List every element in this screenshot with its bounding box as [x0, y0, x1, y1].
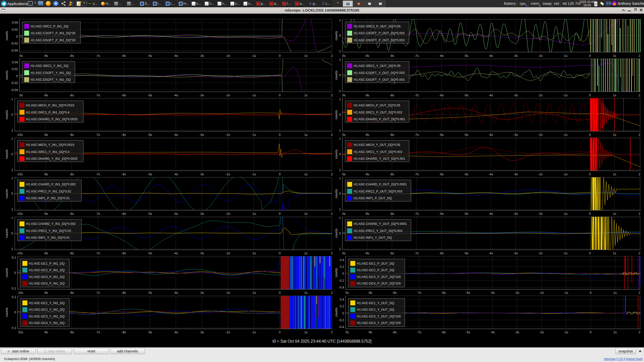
svg-text:2: 2 — [639, 94, 640, 97]
svg-text:0.02: 0.02 — [12, 28, 18, 31]
svg-text:-7s: -7s — [414, 252, 419, 255]
svg-text:H1:ASC-MICH_P_IN1_DQ*0.0015: H1:ASC-MICH_P_IN1_DQ*0.0015 — [26, 104, 74, 107]
svg-text:H1:ASC-CHARD_Y_IN1_DQ*0.002: H1:ASC-CHARD_Y_IN1_DQ*0.002 — [26, 222, 76, 226]
svg-text:-8s: -8s — [69, 252, 74, 255]
svg-text:2: 2 — [331, 173, 333, 176]
svg-text:1s: 1s — [304, 173, 307, 176]
svg-text:counts: counts — [5, 268, 9, 277]
svg-text:-2s: -2s — [538, 54, 542, 58]
svg-text:-3s: -3s — [515, 331, 519, 334]
svg-text:-7s: -7s — [414, 54, 419, 58]
svg-text:-9s: -9s — [44, 331, 48, 334]
svg-text:-0.2: -0.2 — [339, 279, 344, 283]
svg-text:-7s: -7s — [96, 331, 100, 334]
svg-text:-6s: -6s — [122, 252, 126, 255]
svg-text:1: 1 — [339, 50, 341, 53]
svg-text:-9s: -9s — [365, 94, 369, 97]
svg-text:counts: counts — [5, 31, 9, 41]
svg-text:-0.2: -0.2 — [339, 318, 344, 322]
svg-text:0: 0 — [589, 133, 591, 137]
svg-text:-6s: -6s — [122, 173, 126, 176]
svg-text:-3s: -3s — [513, 94, 518, 97]
svg-text:-5s: -5s — [148, 133, 152, 137]
svg-text:2: 2 — [331, 252, 333, 255]
svg-text:0: 0 — [16, 74, 18, 78]
svg-text:-9s: -9s — [365, 133, 369, 137]
svg-text:-9s: -9s — [44, 252, 48, 255]
svg-text:1: 1 — [11, 216, 13, 219]
svg-text:10s: 10s — [18, 291, 23, 295]
svg-text:-4s: -4s — [489, 133, 493, 137]
svg-text:0s: 0s — [345, 291, 349, 295]
svg-text:-1s: -1s — [252, 252, 256, 255]
svg-text:H1:ASC-CSOFT_P_IN1_DQ*30: H1:ASC-CSOFT_P_IN1_DQ*30 — [31, 31, 75, 35]
svg-text:1: 1 — [11, 208, 13, 211]
svg-text:H1:ASC-DC2_Y_OUT_DQ: H1:ASC-DC2_Y_OUT_DQ — [357, 308, 394, 311]
svg-text:H1:ASC-MICH_Y_IN1_DQ*0.0015: H1:ASC-MICH_Y_IN1_DQ*0.0015 — [26, 143, 74, 147]
svg-text:-2s: -2s — [226, 212, 230, 216]
svg-text:-10s: -10s — [17, 133, 23, 137]
svg-text:counts: counts — [335, 110, 338, 119]
svg-text:counts: counts — [5, 110, 9, 119]
svg-text:-2s: -2s — [226, 173, 230, 176]
svg-text:-9s: -9s — [44, 212, 48, 216]
svg-text:-6s: -6s — [439, 252, 444, 255]
svg-text:-8s: -8s — [69, 291, 74, 295]
svg-text:0: 0 — [11, 192, 13, 195]
svg-text:-1s: -1s — [564, 291, 568, 295]
svg-text:-1s: -1s — [563, 252, 567, 255]
svg-text:2: 2 — [331, 94, 333, 97]
svg-text:-1s: -1s — [252, 173, 256, 176]
svg-text:0: 0 — [11, 152, 13, 156]
svg-text:H1:ASC-INP1_Y_OUT_DQ: H1:ASC-INP1_Y_OUT_DQ — [354, 236, 392, 239]
svg-text:-8s: -8s — [392, 291, 396, 295]
svg-text:1: 1 — [339, 247, 341, 251]
svg-text:-4s: -4s — [490, 331, 495, 334]
svg-text:2: 2 — [639, 331, 640, 334]
svg-text:-7s: -7s — [96, 94, 100, 97]
svg-text:H1:ASC-SRC2_P_OUT_DQ*0.05: H1:ASC-SRC2_P_OUT_DQ*0.05 — [354, 25, 400, 28]
svg-text:1s: 1s — [613, 212, 616, 216]
svg-text:2: 2 — [331, 54, 333, 58]
svg-text:counts: counts — [5, 189, 9, 198]
svg-text:-5s: -5s — [464, 94, 468, 97]
svg-text:-10s: -10s — [17, 212, 23, 216]
svg-text:0.2: 0.2 — [340, 305, 344, 308]
svg-text:-4s: -4s — [174, 331, 178, 334]
svg-text:-8s: -8s — [390, 54, 394, 58]
svg-text:H1:ASC-DC3_P_OUT_DQ*100: H1:ASC-DC3_P_OUT_DQ*100 — [357, 275, 401, 279]
svg-text:H1:ASC-DSOFT_P_IN1_DQ*30: H1:ASC-DSOFT_P_IN1_DQ*30 — [31, 38, 75, 42]
svg-text:-9s: -9s — [365, 173, 369, 176]
svg-text:H1:ASC-INP1_Y_IN1_DQ*0.01: H1:ASC-INP1_Y_IN1_DQ*0.01 — [26, 236, 70, 239]
svg-text:H1:ASC-DHARD_Y_OUT_DQ*0.001: H1:ASC-DHARD_Y_OUT_DQ*0.001 — [354, 157, 405, 160]
svg-text:1: 1 — [339, 129, 341, 132]
svg-text:-4s: -4s — [174, 291, 178, 295]
svg-text:counts: counts — [5, 71, 9, 80]
svg-text:-1s: -1s — [252, 94, 256, 97]
svg-text:0s: 0s — [342, 133, 345, 137]
svg-text:0: 0 — [590, 331, 592, 334]
svg-text:-7s: -7s — [414, 173, 419, 176]
svg-text:0.2: 0.2 — [340, 265, 344, 269]
svg-text:0: 0 — [11, 232, 13, 235]
svg-text:-1s: -1s — [563, 54, 567, 58]
svg-text:-5s: -5s — [148, 173, 152, 176]
svg-text:-6s: -6s — [122, 331, 126, 334]
svg-text:-7s: -7s — [414, 212, 419, 216]
svg-text:1s: 1s — [304, 331, 307, 334]
svg-text:-2s: -2s — [538, 252, 542, 255]
svg-text:H1:ASC-DHARD_Y_IN1_DQ*0.0025: H1:ASC-DHARD_Y_IN1_DQ*0.0025 — [26, 157, 77, 160]
svg-text:H1:ASC-DC1_P_OUT_DQ: H1:ASC-DC1_P_OUT_DQ — [357, 262, 394, 265]
svg-text:0: 0 — [589, 94, 591, 97]
svg-text:0: 0 — [279, 331, 281, 334]
svg-text:-6s: -6s — [439, 133, 444, 137]
svg-text:-2s: -2s — [226, 252, 230, 255]
svg-text:0s: 0s — [342, 212, 345, 216]
svg-text:t0 = Sat Oct 04 2025 23:44:40: t0 = Sat Oct 04 2025 23:44:40 UTC [14436… — [272, 339, 372, 343]
svg-text:-10s: -10s — [17, 252, 23, 255]
svg-text:-0.02: -0.02 — [11, 81, 18, 85]
svg-text:1: 1 — [11, 97, 13, 101]
svg-text:-1s: -1s — [563, 212, 567, 216]
svg-text:-7s: -7s — [417, 291, 421, 295]
svg-text:-6s: -6s — [441, 331, 446, 334]
